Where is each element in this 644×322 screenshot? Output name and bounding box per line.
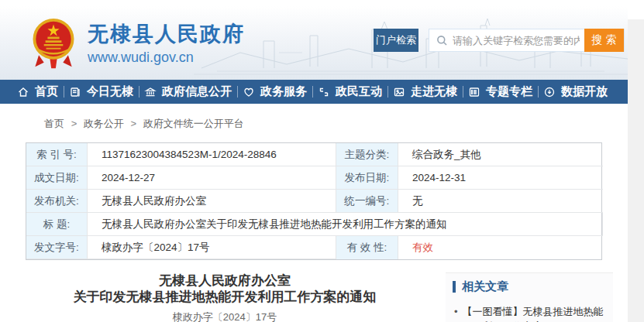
list-icon xyxy=(468,86,480,98)
meta-label-topic: 主题分类: xyxy=(336,143,398,166)
breadcrumb-current: 政府文件统一公开平台 xyxy=(143,118,244,129)
nav-divider xyxy=(387,86,388,98)
search-area: 门户检索 搜 索 xyxy=(374,29,625,52)
document-meta-table: 索 引 号: 11371623004384523M-1/2024-28846 主… xyxy=(26,142,602,260)
related-articles-header: 相关文章 xyxy=(453,279,605,294)
nav-item-special-columns[interactable]: 专题专栏 xyxy=(468,84,532,99)
nav-divider xyxy=(64,86,64,98)
meta-label-agency: 发布机关: xyxy=(26,190,88,213)
search-input[interactable] xyxy=(448,35,584,46)
main-nav: 首页 今日无棣 政府信息公开 政务服务 政民互动 走进无棣 专题 xyxy=(0,80,628,104)
nav-item-services[interactable]: 政务服务 xyxy=(243,84,307,99)
national-emblem-icon xyxy=(29,17,77,71)
meta-label-validity: 有 效 性: xyxy=(336,236,398,259)
meta-label-date-published: 发布日期: xyxy=(336,166,398,190)
document-title-line1: 无棣县人民政府办公室 xyxy=(26,272,424,289)
site-title: 无棣县人民政府 xyxy=(88,22,245,46)
nav-item-open-data[interactable]: 数据开放 xyxy=(543,84,608,99)
nav-item-home[interactable]: 首页 xyxy=(17,84,58,99)
nav-item-today[interactable]: 今日无棣 xyxy=(69,84,133,99)
portal-search-button[interactable]: 门户检索 xyxy=(374,29,418,52)
nav-item-about[interactable]: 走进无棣 xyxy=(393,84,457,99)
top-margin xyxy=(0,0,628,6)
scrollbar[interactable] xyxy=(628,0,644,322)
breadcrumb-gov-disclosure[interactable]: 政务公开 xyxy=(84,118,124,129)
quotes-icon xyxy=(318,86,330,98)
photo-icon xyxy=(393,86,405,98)
nav-divider xyxy=(538,86,539,98)
nav-item-interaction[interactable]: 政民互动 xyxy=(318,84,382,99)
meta-label-unified-no: 统一编号: xyxy=(336,190,398,213)
heart-service-icon xyxy=(243,86,255,98)
document-number: 棣政办字〔2024〕17号 xyxy=(26,310,424,322)
meta-value-title: 无棣县人民政府办公室关于印发无棣县推进地热能开发利用工作方案的通知 xyxy=(88,213,603,236)
meta-value-date-published: 2024-12-31 xyxy=(398,166,603,190)
nav-divider xyxy=(139,86,139,98)
related-article-link[interactable]: 【一图看懂】无棣县推进地热能开发利用工作方案 xyxy=(453,304,605,322)
site-url: www.wudi.gov.cn xyxy=(88,48,245,67)
meta-value-unified-no: 无 xyxy=(398,190,603,213)
news-icon xyxy=(69,86,81,98)
search-button[interactable]: 搜 索 xyxy=(584,29,624,52)
meta-label-index: 索 引 号: xyxy=(26,143,88,166)
heading-accent-bar xyxy=(453,281,456,293)
breadcrumb-home[interactable]: 首页 xyxy=(44,118,64,129)
related-articles-title: 相关文章 xyxy=(462,279,508,294)
nav-divider xyxy=(312,86,313,98)
meta-value-agency: 无棣县人民政府办公室 xyxy=(88,190,336,213)
main-content: 无棣县人民政府办公室 关于印发无棣县推进地热能开发利用工作方案的通知 棣政办字〔… xyxy=(26,272,628,322)
brand: 无棣县人民政府 www.wudi.gov.cn xyxy=(29,17,245,71)
cloud-download-icon xyxy=(543,86,556,98)
meta-value-validity: 有效 xyxy=(398,236,603,259)
scrollbar-track[interactable] xyxy=(628,19,644,322)
breadcrumb-separator: > xyxy=(71,118,77,129)
meta-value-topic: 综合政务_其他 xyxy=(398,143,603,166)
site-header: 无棣县人民政府 www.wudi.gov.cn 门户检索 搜 索 xyxy=(0,6,628,80)
search-box: 搜 索 xyxy=(429,29,625,52)
nav-item-info-disclosure[interactable]: 政府信息公开 xyxy=(144,84,232,99)
breadcrumb-separator: > xyxy=(130,118,136,129)
home-icon xyxy=(17,86,29,98)
meta-value-date-written: 2024-12-27 xyxy=(88,166,336,190)
meta-label-title: 标 题: xyxy=(26,213,88,236)
brand-text: 无棣县人民政府 www.wudi.gov.cn xyxy=(88,22,245,67)
meta-label-date-written: 成文日期: xyxy=(26,166,88,190)
document-header: 无棣县人民政府办公室 关于印发无棣县推进地热能开发利用工作方案的通知 棣政办字〔… xyxy=(26,272,424,322)
search-icon xyxy=(436,35,448,46)
page: 无棣县人民政府 www.wudi.gov.cn 门户检索 搜 索 首页 今日无棣 xyxy=(0,0,628,322)
breadcrumb: 首页 > 政务公开 > 政府文件统一公开平台 xyxy=(44,117,628,131)
nav-divider xyxy=(237,86,238,98)
meta-label-doc-no: 发文字号: xyxy=(26,236,88,259)
bank-icon xyxy=(144,86,157,98)
related-articles-panel: 相关文章 【一图看懂】无棣县推进地热能开发利用工作方案 xyxy=(446,272,613,322)
meta-value-doc-no: 棣政办字〔2024〕17号 xyxy=(88,236,336,259)
meta-value-index: 11371623004384523M-1/2024-28846 xyxy=(88,143,336,166)
nav-divider xyxy=(463,86,463,98)
document-title-line2: 关于印发无棣县推进地热能开发利用工作方案的通知 xyxy=(26,289,424,305)
